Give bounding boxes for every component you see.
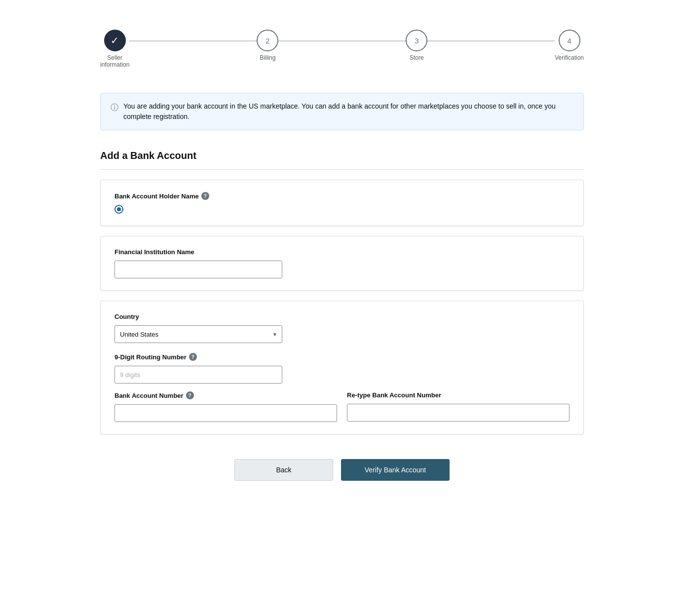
holder-name-radio[interactable] <box>114 205 123 214</box>
routing-label: 9-Digit Routing Number ? <box>114 353 570 361</box>
step-4-circle: 4 <box>559 30 580 51</box>
step-3: 3 Store <box>406 30 427 61</box>
step-4-number: 4 <box>567 37 571 45</box>
step-3-number: 3 <box>415 37 418 45</box>
button-row: Back Verify Bank Account <box>100 459 584 510</box>
connector-1-2 <box>129 40 257 41</box>
info-banner-text: You are adding your bank account in the … <box>123 101 573 122</box>
institution-input[interactable] <box>114 261 282 278</box>
step-4: 4 Verification <box>555 30 584 61</box>
step-3-circle: 3 <box>406 30 427 51</box>
banking-details-card: Country United States Canada United King… <box>100 301 584 434</box>
routing-input[interactable] <box>114 366 282 384</box>
step-4-label: Verification <box>555 54 584 61</box>
institution-label: Financial Institution Name <box>114 248 570 256</box>
account-help-icon[interactable]: ? <box>186 391 194 399</box>
institution-card: Financial Institution Name <box>100 236 584 291</box>
step-2-number: 2 <box>266 37 269 45</box>
step-1-label: Sellerinformation <box>100 54 129 68</box>
checkmark-icon: ✓ <box>111 35 119 46</box>
country-select[interactable]: United States Canada United Kingdom Aust… <box>114 325 282 343</box>
retype-account-field: Re-type Bank Account Number <box>347 391 570 422</box>
section-divider <box>100 169 584 170</box>
connector-2-3 <box>278 40 406 41</box>
step-2: 2 Billing <box>257 30 278 61</box>
info-banner: ⓘ You are adding your bank account in th… <box>100 93 584 130</box>
step-3-label: Store <box>410 54 424 61</box>
step-1-circle: ✓ <box>104 30 126 51</box>
retype-account-input[interactable] <box>347 404 570 422</box>
holder-name-label: Bank Account Holder Name ? <box>114 192 570 200</box>
step-2-circle: 2 <box>257 30 278 51</box>
step-1: ✓ Sellerinformation <box>100 30 129 68</box>
connector-3-4 <box>427 40 555 41</box>
account-number-row: Bank Account Number ? Re-type Bank Accou… <box>114 391 570 422</box>
holder-name-help-icon[interactable]: ? <box>201 192 209 200</box>
stepper: ✓ Sellerinformation 2 Billing 3 Store 4 … <box>100 20 584 68</box>
country-label: Country <box>114 313 570 320</box>
routing-section: 9-Digit Routing Number ? <box>114 353 570 384</box>
holder-name-card: Bank Account Holder Name ? <box>100 180 584 226</box>
country-select-wrap: United States Canada United Kingdom Aust… <box>114 325 282 343</box>
account-number-input[interactable] <box>114 404 337 422</box>
step-2-label: Billing <box>260 54 275 61</box>
verify-bank-account-button[interactable]: Verify Bank Account <box>341 459 450 481</box>
retype-account-label: Re-type Bank Account Number <box>347 391 570 399</box>
info-icon: ⓘ <box>111 102 118 114</box>
account-number-label: Bank Account Number ? <box>114 391 337 399</box>
routing-help-icon[interactable]: ? <box>189 353 197 361</box>
section-title: Add a Bank Account <box>100 150 584 161</box>
back-button[interactable]: Back <box>234 459 333 481</box>
account-number-field: Bank Account Number ? <box>114 391 337 422</box>
